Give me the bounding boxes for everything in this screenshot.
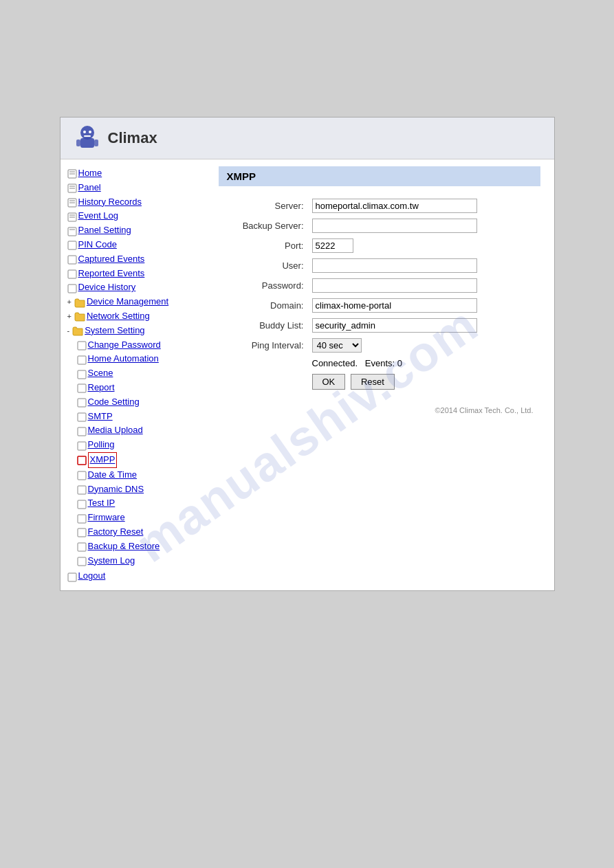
page-icon	[67, 254, 77, 264]
sidebar-link-reported-events[interactable]: Reported Events	[78, 267, 145, 281]
svg-point-4	[83, 131, 86, 133]
page-icon	[67, 269, 77, 278]
sidebar-link-logout[interactable]: Logout	[78, 569, 106, 583]
backup-server-input[interactable]	[312, 219, 477, 233]
button-row: OK Reset	[312, 374, 536, 390]
sidebar-link-device-history[interactable]: Device History	[78, 280, 136, 295]
sidebar-link-pin-code[interactable]: PIN Code	[78, 238, 117, 252]
server-input[interactable]	[312, 199, 477, 213]
sidebar-item-media-upload[interactable]: Media Upload	[67, 423, 205, 438]
sidebar-link-panel-setting[interactable]: Panel Setting	[78, 223, 131, 238]
domain-field-cell	[308, 296, 540, 315]
sidebar-link-system-log[interactable]: System Log	[88, 554, 135, 568]
sidebar-link-history-records[interactable]: History Records	[78, 195, 142, 210]
sidebar-link-xmpp[interactable]: XMPP	[88, 452, 118, 468]
sidebar-item-report[interactable]: Report	[67, 381, 205, 395]
sidebar-item-event-log[interactable]: Event Log	[67, 209, 205, 223]
sidebar-link-media-upload[interactable]: Media Upload	[88, 423, 143, 438]
buddy-list-field-cell	[308, 315, 540, 335]
sidebar-item-logout[interactable]: Logout	[67, 569, 205, 583]
sidebar-item-polling[interactable]: Polling	[67, 438, 205, 452]
sidebar-item-home[interactable]: Home	[67, 166, 205, 181]
sidebar-link-factory-reset[interactable]: Factory Reset	[88, 525, 144, 539]
sidebar-link-home-automation[interactable]: Home Automation	[88, 352, 159, 366]
sidebar-link-code-setting[interactable]: Code Setting	[88, 395, 140, 410]
sidebar-item-test-ip[interactable]: Test IP	[67, 496, 205, 511]
sidebar-link-network-setting[interactable]: Network Setting	[87, 309, 150, 324]
sidebar-item-smtp[interactable]: SMTP	[67, 410, 205, 424]
sidebar-link-change-password[interactable]: Change Password	[88, 338, 161, 353]
sidebar-item-network-setting[interactable]: + Network Setting	[67, 309, 205, 324]
ping-interval-label: Ping Interval:	[219, 335, 308, 355]
sidebar-link-panel[interactable]: Panel	[78, 181, 101, 195]
sidebar-link-test-ip[interactable]: Test IP	[88, 496, 116, 511]
page-icon	[67, 240, 77, 249]
xmpp-form: Server: Backup Server: Port:	[219, 196, 540, 392]
sidebar-item-home-automation[interactable]: Home Automation	[67, 352, 205, 366]
sidebar-item-xmpp[interactable]: XMPP	[67, 452, 205, 468]
page-icon	[77, 355, 87, 364]
sidebar-item-scene[interactable]: Scene	[67, 366, 205, 381]
password-field-cell	[308, 276, 540, 296]
sidebar-item-system-setting[interactable]: - System Setting	[67, 324, 205, 338]
sidebar-item-dynamic-dns[interactable]: Dynamic DNS	[67, 482, 205, 497]
content-area: Home Panel History Records Event Log	[61, 159, 554, 590]
status-cell: Connected. Events: 0 OK Reset	[308, 355, 540, 392]
sidebar-item-backup-restore[interactable]: Backup & Restore	[67, 539, 205, 554]
backup-server-label: Backup Server:	[219, 216, 308, 236]
sidebar-link-polling[interactable]: Polling	[88, 438, 115, 452]
main-container: Climax Home Panel Hist	[60, 117, 555, 591]
climax-logo-icon	[71, 124, 104, 152]
svg-rect-21	[68, 241, 76, 249]
sidebar-link-event-log[interactable]: Event Log	[78, 209, 119, 223]
sidebar-item-pin-code[interactable]: PIN Code	[67, 238, 205, 252]
port-input[interactable]	[312, 238, 353, 253]
user-input[interactable]	[312, 258, 477, 273]
sidebar-link-device-management[interactable]: Device Management	[87, 295, 168, 309]
backup-server-field-cell	[308, 216, 540, 236]
sidebar-link-home[interactable]: Home	[78, 166, 102, 181]
reset-button[interactable]: Reset	[351, 374, 395, 390]
page-icon	[77, 556, 87, 566]
domain-input[interactable]	[312, 298, 477, 313]
sidebar-item-device-management[interactable]: + Device Management	[67, 295, 205, 309]
svg-rect-32	[78, 442, 86, 450]
sidebar-item-reported-events[interactable]: Reported Events	[67, 267, 205, 281]
sidebar-link-captured-events[interactable]: Captured Events	[78, 252, 145, 267]
sidebar-link-firmware[interactable]: Firmware	[88, 511, 125, 525]
sidebar-item-system-log[interactable]: System Log	[67, 554, 205, 568]
sidebar-item-history-records[interactable]: History Records	[67, 195, 205, 210]
svg-rect-36	[78, 500, 86, 509]
expand-system-setting[interactable]: -	[67, 324, 70, 337]
sidebar-item-panel-setting[interactable]: Panel Setting	[67, 223, 205, 238]
expand-device-management[interactable]: +	[67, 296, 72, 309]
sidebar-link-report[interactable]: Report	[88, 381, 115, 395]
sidebar-item-captured-events[interactable]: Captured Events	[67, 252, 205, 267]
sidebar-item-code-setting[interactable]: Code Setting	[67, 395, 205, 410]
folder-open-icon	[72, 326, 83, 335]
ping-interval-select[interactable]: 40 sec 60 sec 120 sec	[312, 338, 362, 353]
sidebar-link-system-setting[interactable]: System Setting	[85, 324, 144, 338]
sidebar-link-date-time[interactable]: Date & Time	[88, 468, 138, 482]
sidebar-link-smtp[interactable]: SMTP	[88, 410, 113, 424]
svg-rect-24	[68, 285, 76, 293]
sidebar-link-backup-restore[interactable]: Backup & Restore	[88, 539, 160, 554]
sidebar-item-change-password[interactable]: Change Password	[67, 338, 205, 353]
sidebar-link-dynamic-dns[interactable]: Dynamic DNS	[88, 482, 144, 497]
footer-text: ©2014 Climax Tech. Co., Ltd.	[219, 406, 540, 414]
events-label: Events:	[365, 358, 395, 368]
sidebar-item-date-time[interactable]: Date & Time	[67, 468, 205, 482]
sidebar-item-device-history[interactable]: Device History	[67, 280, 205, 295]
buddy-list-input[interactable]	[312, 318, 477, 333]
sidebar-item-factory-reset[interactable]: Factory Reset	[67, 525, 205, 539]
expand-network-setting[interactable]: +	[67, 310, 72, 323]
svg-point-0	[80, 126, 94, 140]
password-input[interactable]	[312, 278, 477, 293]
sidebar-item-panel[interactable]: Panel	[67, 181, 205, 195]
page-icon	[77, 513, 87, 523]
sidebar-link-scene[interactable]: Scene	[88, 366, 113, 381]
ok-button[interactable]: OK	[312, 374, 346, 390]
page-icon	[67, 226, 77, 236]
sidebar-item-firmware[interactable]: Firmware	[67, 511, 205, 525]
folder-icon	[74, 298, 85, 307]
